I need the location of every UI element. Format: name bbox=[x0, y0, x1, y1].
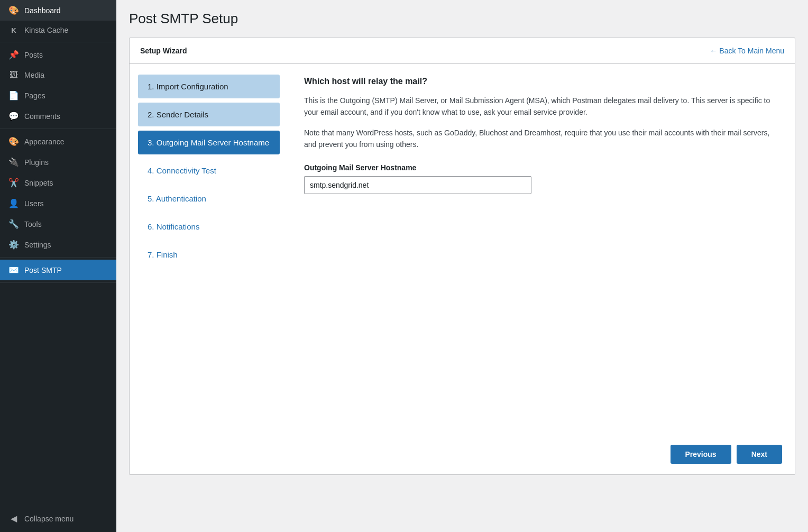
sidebar-item-users[interactable]: 👤 Users bbox=[0, 193, 116, 214]
sidebar-item-snippets[interactable]: ✂️ Snippets bbox=[0, 172, 116, 193]
content-description: This is the Outgoing (SMTP) Mail Server,… bbox=[304, 95, 779, 118]
step-4-label: Connectivity Test bbox=[157, 166, 216, 175]
card-body: 1. Import Configuration 2. Sender Detail… bbox=[130, 64, 795, 434]
next-button[interactable]: Next bbox=[737, 445, 782, 464]
sidebar-item-label: Users bbox=[24, 199, 44, 208]
sidebar-item-label: Snippets bbox=[24, 179, 53, 187]
step-3-number: 3. bbox=[148, 138, 157, 147]
users-icon: 👤 bbox=[8, 198, 19, 208]
step-4-number: 4. bbox=[148, 166, 157, 175]
collapse-icon: ◀ bbox=[8, 513, 19, 524]
step-6-number: 6. bbox=[148, 222, 157, 231]
outgoing-mail-server-input[interactable] bbox=[304, 176, 531, 194]
sidebar-item-dashboard[interactable]: 🎨 Dashboard bbox=[0, 0, 116, 21]
card-footer: Previous Next bbox=[130, 434, 795, 474]
sidebar-divider bbox=[0, 42, 116, 42]
content-column: Which host will relay the mail? This is … bbox=[288, 64, 795, 434]
kinsta-icon: K bbox=[8, 26, 19, 34]
step-4[interactable]: 4. Connectivity Test bbox=[138, 159, 280, 182]
step-7-number: 7. bbox=[148, 250, 157, 259]
sidebar: 🎨 Dashboard K Kinsta Cache 📌 Posts 🖼 Med… bbox=[0, 0, 116, 532]
step-6-label: Notifications bbox=[157, 222, 200, 231]
dashboard-icon: 🎨 bbox=[8, 5, 19, 15]
sidebar-collapse-label: Collapse menu bbox=[24, 515, 74, 523]
sidebar-item-label: Comments bbox=[24, 112, 60, 121]
step-2[interactable]: 2. Sender Details bbox=[138, 103, 280, 126]
card-header-title: Setup Wizard bbox=[140, 47, 187, 55]
step-1-number: 1. bbox=[148, 82, 157, 91]
post-smtp-icon: ✉️ bbox=[8, 265, 19, 275]
sidebar-item-label: Appearance bbox=[24, 137, 65, 146]
sidebar-item-label: Plugins bbox=[24, 158, 49, 167]
sidebar-item-label: Dashboard bbox=[24, 6, 61, 15]
step-5-number: 5. bbox=[148, 194, 156, 203]
content-question: Which host will relay the mail? bbox=[304, 77, 779, 86]
step-1-label: Import Configuration bbox=[157, 82, 228, 91]
step-7-label: Finish bbox=[157, 250, 178, 259]
sidebar-divider-3 bbox=[0, 257, 116, 258]
card-header: Setup Wizard ← Back To Main Menu bbox=[130, 38, 795, 64]
main-content: Post SMTP Setup Setup Wizard ← Back To M… bbox=[116, 0, 808, 532]
back-link-label: Back To Main Menu bbox=[719, 47, 784, 55]
sidebar-item-tools[interactable]: 🔧 Tools bbox=[0, 214, 116, 234]
appearance-icon: 🎨 bbox=[8, 136, 19, 146]
snippets-icon: ✂️ bbox=[8, 178, 19, 188]
sidebar-collapse[interactable]: ◀ Collapse menu bbox=[0, 508, 116, 532]
sidebar-item-settings[interactable]: ⚙️ Settings bbox=[0, 234, 116, 255]
steps-column: 1. Import Configuration 2. Sender Detail… bbox=[130, 64, 288, 434]
media-icon: 🖼 bbox=[8, 70, 19, 80]
settings-icon: ⚙️ bbox=[8, 240, 19, 250]
back-to-main-menu-link[interactable]: ← Back To Main Menu bbox=[710, 47, 784, 55]
step-3-label: Outgoing Mail Server Hostname bbox=[157, 138, 269, 147]
sidebar-item-pages[interactable]: 📄 Pages bbox=[0, 85, 116, 106]
page-title: Post SMTP Setup bbox=[129, 11, 795, 27]
sidebar-divider-4 bbox=[0, 282, 116, 283]
step-5[interactable]: 5. Authentication bbox=[138, 187, 280, 210]
content-note: Note that many WordPress hosts, such as … bbox=[304, 127, 779, 151]
step-5-label: Authentication bbox=[156, 194, 206, 203]
back-arrow-icon: ← bbox=[710, 47, 717, 55]
plugins-icon: 🔌 bbox=[8, 157, 19, 167]
sidebar-item-label: Settings bbox=[24, 241, 51, 249]
sidebar-item-plugins[interactable]: 🔌 Plugins bbox=[0, 152, 116, 172]
step-2-label: Sender Details bbox=[157, 110, 208, 119]
sidebar-item-label: Tools bbox=[24, 220, 42, 228]
step-3[interactable]: 3. Outgoing Mail Server Hostname bbox=[138, 131, 280, 154]
sidebar-item-comments[interactable]: 💬 Comments bbox=[0, 106, 116, 126]
sidebar-item-post-smtp[interactable]: ✉️ Post SMTP bbox=[0, 260, 116, 280]
previous-button[interactable]: Previous bbox=[671, 445, 731, 464]
step-2-number: 2. bbox=[148, 110, 157, 119]
posts-icon: 📌 bbox=[8, 50, 19, 60]
sidebar-item-label: Pages bbox=[24, 91, 45, 100]
sidebar-item-kinsta-cache[interactable]: K Kinsta Cache bbox=[0, 21, 116, 40]
tools-icon: 🔧 bbox=[8, 219, 19, 229]
step-7[interactable]: 7. Finish bbox=[138, 243, 280, 267]
sidebar-divider-2 bbox=[0, 129, 116, 129]
step-6[interactable]: 6. Notifications bbox=[138, 215, 280, 239]
sidebar-item-label: Posts bbox=[24, 51, 43, 59]
sidebar-item-label: Kinsta Cache bbox=[24, 26, 68, 34]
comments-icon: 💬 bbox=[8, 111, 19, 121]
pages-icon: 📄 bbox=[8, 90, 19, 100]
sidebar-item-label: Post SMTP bbox=[24, 266, 62, 274]
sidebar-item-appearance[interactable]: 🎨 Appearance bbox=[0, 131, 116, 152]
sidebar-item-posts[interactable]: 📌 Posts bbox=[0, 44, 116, 65]
sidebar-item-media[interactable]: 🖼 Media bbox=[0, 65, 116, 85]
field-label: Outgoing Mail Server Hostname bbox=[304, 163, 779, 172]
setup-wizard-card: Setup Wizard ← Back To Main Menu 1. Impo… bbox=[129, 38, 795, 475]
sidebar-item-label: Media bbox=[24, 71, 44, 79]
step-1[interactable]: 1. Import Configuration bbox=[138, 75, 280, 98]
